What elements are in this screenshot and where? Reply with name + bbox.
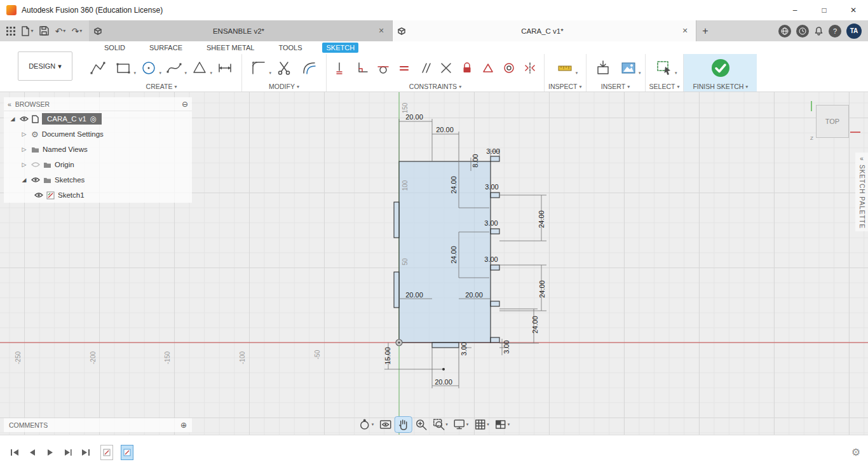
group-label-create[interactable]: CREATE▾ xyxy=(146,81,177,92)
visibility-eye-off-icon[interactable] xyxy=(31,161,40,168)
tab-tools[interactable]: TOOLS xyxy=(275,43,306,53)
viewcube[interactable]: TOP xyxy=(816,105,849,138)
zoom-button[interactable] xyxy=(412,417,429,432)
dimension-label[interactable]: 20.00 xyxy=(435,378,452,386)
insert-canvas-tool[interactable]: ▾ xyxy=(616,55,641,81)
expander-icon[interactable]: ▷ xyxy=(20,131,28,137)
tangent-constraint[interactable] xyxy=(372,55,393,81)
look-at-button[interactable] xyxy=(377,417,393,432)
dimension-label[interactable]: 24.00 xyxy=(531,316,539,334)
polygon-tool[interactable]: ▾ xyxy=(187,55,212,81)
group-label-modify[interactable]: MODIFY▾ xyxy=(269,81,299,92)
rectangle-tool[interactable]: ▾ xyxy=(111,55,136,81)
visibility-eye-icon[interactable] xyxy=(34,192,43,198)
job-status-clock-icon[interactable] xyxy=(796,25,809,37)
dimension-label[interactable]: 24.00 xyxy=(538,210,545,228)
timeline-step-back-button[interactable] xyxy=(25,445,39,459)
sketch-palette-tab[interactable]: « SKETCH PALETTE xyxy=(855,153,868,231)
dimension-label[interactable]: 3.00 xyxy=(484,255,498,263)
maximize-button[interactable]: □ xyxy=(810,0,839,20)
viewports-button[interactable]: ▾ xyxy=(492,417,512,432)
measure-tool[interactable]: ▾ xyxy=(552,55,578,81)
group-label-insert[interactable]: INSERT▾ xyxy=(601,81,630,92)
browser-item-named-views[interactable]: ▷ Named Views xyxy=(4,142,192,157)
minimize-button[interactable]: – xyxy=(780,0,810,20)
dimension-label[interactable]: 24.00 xyxy=(450,176,458,194)
comments-bar[interactable]: COMMENTS ⊕ xyxy=(4,418,192,432)
timeline-go-to-start-button[interactable] xyxy=(8,445,22,459)
pan-button[interactable] xyxy=(395,417,411,432)
app-grid-icon[interactable] xyxy=(4,23,18,39)
sketch-profile[interactable] xyxy=(394,156,499,348)
browser-item-root[interactable]: ◢ CARA_C v1 ◎ xyxy=(4,111,192,126)
redo-button[interactable]: ↷▾ xyxy=(70,23,84,39)
file-menu-button[interactable]: ▾ xyxy=(20,23,34,39)
group-label-finish-sketch[interactable]: FINISH SKETCH▾ xyxy=(693,81,748,92)
insert-derive-tool[interactable] xyxy=(590,55,616,81)
perpendicular-constraint[interactable] xyxy=(351,55,372,81)
tab-sheet-metal[interactable]: SHEET METAL xyxy=(203,43,258,53)
display-settings-button[interactable]: ▾ xyxy=(451,417,471,432)
equal-constraint[interactable] xyxy=(393,55,414,81)
circle-tool[interactable]: ▾ xyxy=(136,55,161,81)
browser-item-document-settings[interactable]: ▷ ⚙ Document Settings xyxy=(4,126,192,142)
spline-tool[interactable]: ▾ xyxy=(161,55,187,81)
fillet-tool[interactable]: ▾ xyxy=(246,55,271,81)
sketch-dimension-tool[interactable] xyxy=(212,55,238,81)
dimension-label[interactable]: 24.00 xyxy=(450,246,458,264)
horizontal-vertical-constraint[interactable] xyxy=(330,55,351,81)
concentric-constraint[interactable] xyxy=(498,55,519,81)
visibility-eye-icon[interactable] xyxy=(20,116,29,122)
activate-target-icon[interactable]: ◎ xyxy=(90,114,97,123)
undo-button[interactable]: ↶▾ xyxy=(53,23,67,39)
dimension-label[interactable]: 3.00 xyxy=(485,183,498,191)
origin-point[interactable] xyxy=(396,339,402,346)
tab-surface[interactable]: SURFACE xyxy=(146,43,186,53)
tab-sketch[interactable]: SKETCH xyxy=(322,43,358,53)
close-tab-icon[interactable]: ✕ xyxy=(376,25,387,37)
parallel-constraint[interactable] xyxy=(414,55,435,81)
circle-minus-icon[interactable]: ⊖ xyxy=(182,100,188,109)
dimension-label[interactable]: 3.00 xyxy=(486,147,499,155)
canvas-viewport[interactable]: 20.0020.003.008.0024.003.0024.003.0024.0… xyxy=(0,92,868,435)
browser-item-label-selected[interactable]: CARA_C v1 ◎ xyxy=(42,113,102,125)
midpoint-constraint[interactable] xyxy=(477,55,498,81)
fit-zoom-window-button[interactable]: ▾ xyxy=(430,417,450,432)
close-button[interactable]: ✕ xyxy=(839,0,868,20)
collapse-panel-icon[interactable]: « xyxy=(8,100,11,108)
save-button[interactable] xyxy=(37,23,51,39)
timeline-step-forward-button[interactable] xyxy=(61,445,75,459)
select-tool[interactable]: ▾ xyxy=(651,55,677,81)
collinear-constraint[interactable] xyxy=(435,55,456,81)
dimension-label[interactable]: 3.00 xyxy=(503,340,510,353)
tab-solid[interactable]: SOLID xyxy=(100,43,129,53)
fix-lock-constraint[interactable] xyxy=(456,55,477,81)
notifications-bell-icon[interactable] xyxy=(814,26,824,36)
dimension-label[interactable]: 15.00 xyxy=(384,347,391,365)
help-icon[interactable]: ? xyxy=(829,25,841,37)
viewcube-top-face[interactable]: TOP xyxy=(825,118,839,125)
symmetry-constraint[interactable] xyxy=(519,55,540,81)
timeline-settings-gear-icon[interactable]: ⚙ xyxy=(851,446,860,458)
group-label-inspect[interactable]: INSPECT▾ xyxy=(548,81,582,92)
expander-icon[interactable]: ◢ xyxy=(20,177,28,183)
timeline-feature-sketch-marker[interactable] xyxy=(100,445,113,460)
dimension-label[interactable]: 24.00 xyxy=(538,280,546,298)
dimension-label[interactable]: 20.00 xyxy=(465,291,483,299)
sketch-point[interactable] xyxy=(442,368,445,370)
expander-icon[interactable]: ▷ xyxy=(20,146,28,153)
new-tab-button[interactable]: + xyxy=(696,20,714,41)
expander-icon[interactable]: ◢ xyxy=(9,116,17,122)
visibility-eye-icon[interactable] xyxy=(31,177,40,183)
offset-tool[interactable] xyxy=(297,55,322,81)
dimension-label[interactable]: 20.00 xyxy=(436,126,454,133)
finish-sketch-button[interactable] xyxy=(708,55,733,81)
trim-tool[interactable] xyxy=(271,55,297,81)
group-label-constraints[interactable]: CONSTRAINTS▾ xyxy=(409,81,461,92)
dimension-label[interactable]: 20.00 xyxy=(405,113,423,121)
grid-snap-button[interactable]: ▾ xyxy=(471,417,491,432)
browser-item-sketches[interactable]: ◢ Sketches xyxy=(4,172,192,187)
avatar[interactable]: TA xyxy=(846,24,862,39)
browser-item-origin[interactable]: ▷ Origin xyxy=(4,157,192,172)
expand-panel-icon[interactable]: « xyxy=(860,155,864,162)
